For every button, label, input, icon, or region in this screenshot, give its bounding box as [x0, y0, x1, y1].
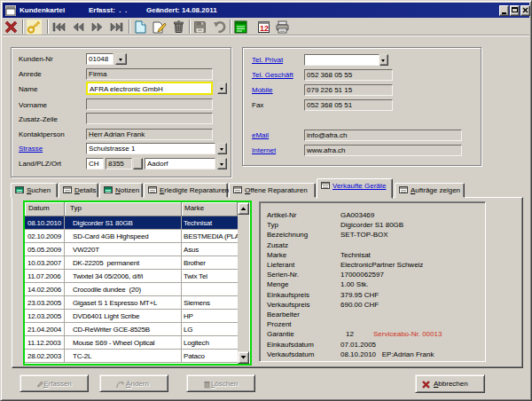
svg-text:12: 12 — [260, 24, 269, 33]
